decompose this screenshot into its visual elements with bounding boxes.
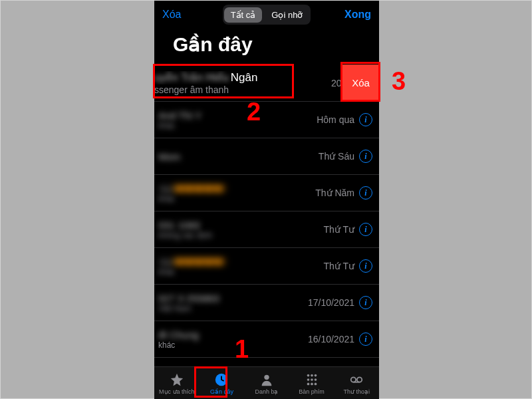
tab-bar: Mục ưa thích Gần đây Danh bạ Bàn phím Th… <box>154 366 379 399</box>
segment-missed[interactable]: Gọi nhỡ <box>263 7 311 23</box>
tab-label: Mục ưa thích <box>159 388 195 395</box>
svg-point-6 <box>311 378 313 381</box>
edit-delete-button[interactable]: Xóa <box>162 9 181 21</box>
call-source: không xác định <box>158 231 267 240</box>
caller-name: 031 1083 <box>158 219 267 231</box>
page-title: Gần đây <box>154 29 379 63</box>
voicemail-icon <box>349 372 364 387</box>
svg-point-1 <box>264 374 269 379</box>
recent-call-row[interactable]: Mom Thứ Sáu i <box>154 138 379 175</box>
svg-point-8 <box>307 382 309 385</box>
tab-recents[interactable]: Gần đây <box>200 367 245 399</box>
recent-call-row[interactable]: 031 1083 không xác định Thứ Tư i <box>154 211 379 248</box>
call-time: Thứ Năm <box>315 188 354 198</box>
tab-voicemail[interactable]: Thư thoại <box>334 367 379 399</box>
caller-name: Huy 🧡🧡🧡🧡🧡 <box>158 183 267 194</box>
call-source: Việt Nam <box>158 304 267 313</box>
info-icon[interactable]: i <box>359 186 372 200</box>
call-time: 17/10/2021 <box>308 297 354 308</box>
info-icon[interactable]: i <box>359 259 372 273</box>
call-source: khác <box>158 340 267 350</box>
nav-bar: Xóa Tất cả Gọi nhỡ Xong <box>154 1 379 29</box>
svg-point-11 <box>351 377 356 382</box>
svg-point-4 <box>314 374 317 376</box>
info-icon[interactable]: i <box>359 296 372 309</box>
call-time: Thứ Tư <box>323 224 354 235</box>
call-time: Thứ Sáu <box>319 151 354 162</box>
info-icon[interactable]: i <box>359 223 372 236</box>
clock-icon <box>214 372 229 387</box>
svg-point-2 <box>307 374 309 376</box>
caller-name: Huy 🧡🧡🧡🧡🧡 <box>158 256 267 267</box>
caller-name: And Thi Y <box>158 110 267 121</box>
recent-call-row[interactable]: Huy 🧡🧡🧡🧡🧡 khác Thứ Tư i <box>154 248 379 285</box>
recents-list[interactable]: uyễn Trần Hiểu Ngân ssenger âm thanh 20:… <box>154 65 379 366</box>
caller-name: Mom <box>158 151 267 162</box>
svg-point-10 <box>314 382 317 385</box>
recent-call-row[interactable]: 027 3 255883 Việt Nam 17/10/2021 i <box>154 285 379 321</box>
svg-point-5 <box>307 378 309 381</box>
info-icon[interactable]: i <box>359 113 372 126</box>
caller-name: uyễn Trần Hiểu Ngân <box>154 71 267 84</box>
tab-favorites[interactable]: Mục ưa thích <box>154 367 200 399</box>
tab-label: Gần đây <box>210 388 233 395</box>
call-source: khác <box>158 194 267 203</box>
call-filter-segmented[interactable]: Tất cả Gọi nhỡ <box>223 5 311 25</box>
recent-call-row[interactable]: uyễn Trần Hiểu Ngân ssenger âm thanh 20:… <box>154 65 379 102</box>
delete-swipe-button[interactable]: Xóa <box>342 65 379 101</box>
recent-call-row[interactable]: đt Chung khác 16/10/2021 i <box>154 321 379 358</box>
call-time: 16/10/2021 <box>308 334 354 344</box>
tab-label: Bàn phím <box>299 388 325 395</box>
segment-all[interactable]: Tất cả <box>224 7 263 23</box>
keypad-icon <box>305 372 319 387</box>
recent-call-row[interactable]: Huy 🧡🧡🧡🧡🧡 khác Thứ Năm i <box>154 175 379 211</box>
info-icon[interactable]: i <box>359 332 372 346</box>
star-icon <box>170 372 184 387</box>
annotation-number-3: 3 <box>392 67 406 96</box>
svg-point-12 <box>357 377 362 382</box>
person-icon <box>259 372 274 387</box>
svg-point-3 <box>311 374 313 376</box>
call-time: Thứ Tư <box>323 261 354 271</box>
caller-name: đt Chung <box>158 329 267 340</box>
svg-point-9 <box>311 382 313 385</box>
tab-keypad[interactable]: Bàn phím <box>289 367 334 399</box>
done-button[interactable]: Xong <box>344 9 371 21</box>
caller-name: 027 3 255883 <box>158 293 267 304</box>
call-time: Hôm qua <box>317 114 354 125</box>
tab-label: Danh bạ <box>255 388 278 395</box>
tab-contacts[interactable]: Danh bạ <box>244 367 289 399</box>
call-source: khác <box>158 121 267 130</box>
tab-label: Thư thoại <box>343 388 370 395</box>
call-source: ssenger âm thanh <box>154 84 267 95</box>
phone-screen: Xóa Tất cả Gọi nhỡ Xong Gần đây uyễn Trầ… <box>154 1 379 399</box>
info-icon[interactable]: i <box>359 150 372 163</box>
call-source: khác <box>158 267 267 277</box>
svg-point-7 <box>314 378 317 381</box>
recent-call-row[interactable]: And Thi Y khác Hôm qua i <box>154 102 379 138</box>
